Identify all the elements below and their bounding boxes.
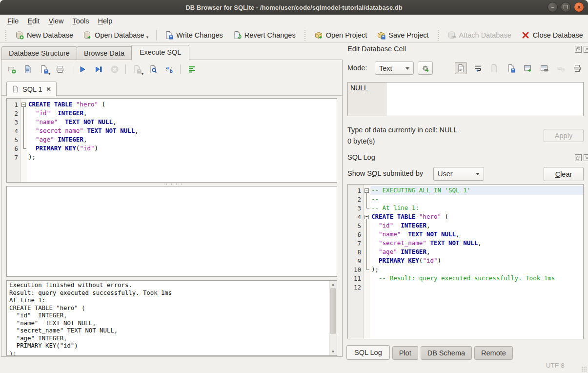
app-window: { "window": { "title": "DB Browser for S… [0, 0, 588, 373]
auto-apply-button[interactable] [418, 62, 433, 75]
new-database-icon [15, 31, 24, 40]
menu-tools[interactable]: Tools [68, 16, 94, 26]
tab-browse-data[interactable]: Browse Data [77, 46, 132, 60]
messages-pane[interactable]: Execution finished without errors. Resul… [6, 280, 337, 356]
execute-all-button[interactable] [76, 63, 88, 76]
fold-marker[interactable]: − [363, 186, 370, 195]
maximize-button[interactable] [561, 2, 571, 12]
write-changes-button[interactable]: Write Changes [160, 29, 227, 41]
mode-select[interactable]: Text [375, 62, 414, 75]
pane-splitter[interactable] [7, 183, 337, 186]
open-project-button[interactable]: Open Project [310, 29, 372, 41]
print-sql-button[interactable] [54, 63, 66, 76]
fold-marker[interactable]: − [20, 100, 27, 109]
scrollbar-thumb[interactable] [330, 289, 336, 333]
float-icon[interactable] [575, 46, 582, 53]
sql-document-tab[interactable]: SQL 1 [6, 82, 57, 96]
save-results-button[interactable]: ▾ [131, 63, 143, 76]
find-replace-button[interactable]: ab [163, 63, 175, 76]
line-number: 1 [7, 101, 20, 108]
messages-scrollbar[interactable]: ▲ ▼ [329, 281, 337, 355]
open-project-icon [314, 31, 323, 40]
line-number: 5 [348, 222, 363, 229]
code-text: "age" INTEGER, [370, 248, 583, 256]
main-toolbar: New DatabaseOpen Database▾Write ChangesR… [0, 27, 588, 43]
results-grid-pane[interactable] [6, 186, 337, 277]
word-wrap-button[interactable] [471, 62, 484, 74]
format-sql-button[interactable] [185, 63, 198, 76]
attach-database-button[interactable]: Attach Database [443, 29, 516, 41]
toolbar-separator [156, 30, 157, 41]
fold-margin [20, 153, 27, 162]
scroll-up-icon[interactable]: ▲ [329, 281, 337, 288]
fold-marker [363, 256, 370, 265]
execute-current-line-button[interactable] [92, 63, 104, 76]
close-tab-icon[interactable] [46, 86, 51, 92]
dock-tab-db-schema[interactable]: DB Schema [421, 346, 472, 360]
text-mode-button[interactable] [455, 62, 467, 74]
code-text: -- At line 1: [370, 204, 583, 212]
dock-tab-remote[interactable]: Remote [474, 346, 513, 360]
code-line: 11 -- Result: query executed successfull… [348, 274, 583, 283]
menu-view[interactable]: View [44, 16, 68, 26]
sql-log-editor[interactable]: 1−-- EXECUTING ALL IN 'SQL 1'2--3-- At l… [347, 184, 584, 339]
menu-file[interactable]: File [3, 16, 23, 26]
line-number: 4 [348, 213, 363, 221]
fold-marker[interactable]: − [363, 212, 370, 221]
open-in-external-app-button[interactable] [521, 62, 533, 74]
scroll-down-icon[interactable]: ▼ [329, 348, 337, 355]
close-icon[interactable] [584, 46, 588, 53]
main-tab-bar: Database StructureBrowse DataExecute SQL [1, 46, 189, 60]
clear-log-button[interactable]: Clear [544, 167, 584, 181]
float-icon[interactable] [575, 154, 582, 161]
line-number: 7 [7, 154, 20, 161]
menu-help[interactable]: Help [93, 16, 117, 26]
menu-edit[interactable]: Edit [23, 16, 44, 26]
write-changes-icon [164, 31, 173, 40]
close-icon[interactable] [584, 154, 588, 161]
apply-button[interactable]: Apply [544, 129, 584, 142]
open-sql-file-button[interactable] [21, 63, 34, 76]
copy-link-button[interactable] [538, 62, 550, 74]
code-line: 8 "age" INTEGER, [348, 248, 583, 256]
line-number: 5 [7, 136, 20, 144]
log-filter-select[interactable]: User [433, 167, 484, 181]
dock-tab-plot[interactable]: Plot [392, 346, 418, 360]
title-bar[interactable]: DB Browser for SQLite - /home/user/code/… [0, 0, 588, 15]
line-number: 11 [348, 275, 363, 282]
dropdown-caret-icon[interactable]: ▾ [48, 72, 50, 76]
set-null-button[interactable] [554, 62, 567, 74]
code-text: -- Result: query executed successfully. … [370, 274, 583, 283]
close-button[interactable]: × [574, 2, 584, 12]
export-data-button[interactable] [505, 62, 517, 74]
revert-changes-icon [233, 31, 242, 40]
dropdown-caret-icon[interactable]: ▾ [142, 72, 143, 76]
tab-execute-sql[interactable]: Execute SQL [131, 45, 189, 60]
cell-value-editor[interactable]: NULL [347, 82, 584, 116]
dock-tab-sql-log[interactable]: SQL Log [346, 345, 390, 360]
code-line: 4 "secret_name" TEXT NOT NULL, [7, 126, 337, 135]
import-data-button[interactable] [488, 62, 500, 74]
line-number: 9 [348, 257, 363, 265]
svg-text:b: b [169, 69, 173, 74]
find-button[interactable] [147, 63, 159, 76]
revert-changes-button[interactable]: Revert Changes [228, 29, 300, 41]
minimize-button[interactable]: − [547, 2, 558, 12]
resize-grip[interactable] [581, 366, 587, 372]
new-database-button[interactable]: New Database [11, 29, 78, 41]
sql-code-editor[interactable]: 1−CREATE TABLE "hero" (2 "id" INTEGER,3 … [6, 98, 337, 183]
open-database-button[interactable]: Open Database▾ [79, 29, 153, 41]
line-number: 1 [348, 187, 363, 194]
line-number: 6 [348, 231, 363, 238]
apply-label: Apply [555, 132, 572, 140]
save-project-button[interactable]: Save Project [372, 29, 433, 41]
dropdown-caret-icon[interactable]: ▾ [146, 35, 149, 40]
tab-database-structure[interactable]: Database Structure [1, 46, 77, 60]
print-cell-button[interactable] [571, 62, 583, 74]
line-number: 3 [7, 119, 20, 126]
close-database-button[interactable]: Close Database [517, 29, 588, 41]
stop-execution-button[interactable] [108, 63, 121, 76]
code-line: 4−CREATE TABLE "hero" ( [348, 212, 583, 221]
save-sql-file-button[interactable]: ▾ [38, 63, 50, 76]
new-sql-tab-button[interactable] [5, 63, 18, 76]
